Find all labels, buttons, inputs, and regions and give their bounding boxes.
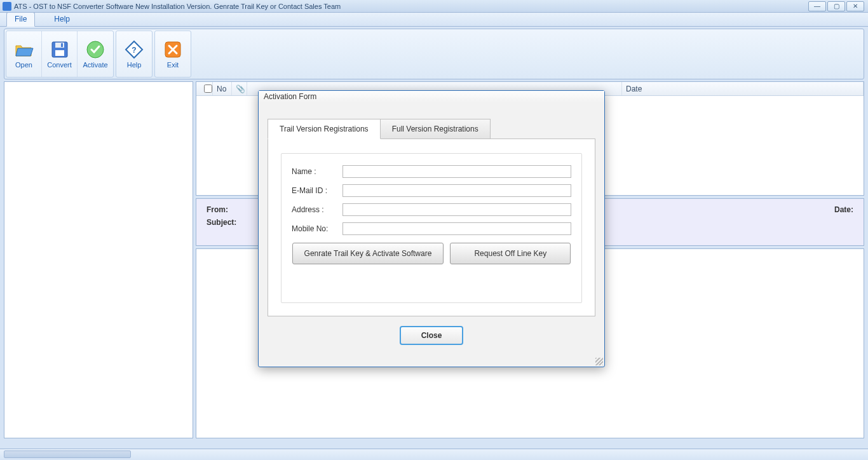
close-button[interactable]: ✕ xyxy=(846,1,864,11)
titlebar: ATS - OST to NSF Converter Software New … xyxy=(0,0,868,13)
activate-button[interactable]: Activate xyxy=(78,31,113,77)
minimize-button[interactable]: — xyxy=(808,1,826,11)
name-field[interactable] xyxy=(342,165,571,178)
app-icon xyxy=(3,2,11,11)
email-label: E-Mail ID : xyxy=(292,186,342,195)
from-label: From: xyxy=(207,205,236,214)
menu-file[interactable]: File xyxy=(6,12,35,27)
activate-label: Activate xyxy=(83,61,107,69)
generate-key-button[interactable]: Genrate Trail Key & Activate Software xyxy=(292,243,444,264)
ribbon: Open Convert Activate ? Help Exit xyxy=(4,29,864,79)
folder-open-icon xyxy=(14,39,34,60)
statusbar-grip xyxy=(4,450,131,458)
request-offline-key-button[interactable]: Request Off Line Key xyxy=(450,243,571,264)
mobile-field[interactable] xyxy=(342,222,571,235)
tab-full[interactable]: Full Version Registrations xyxy=(380,119,491,139)
window-title: ATS - OST to NSF Converter Software New … xyxy=(14,3,341,10)
open-button[interactable]: Open xyxy=(6,31,42,77)
dialog-tabs: Trail Version Registrations Full Version… xyxy=(268,119,595,139)
select-all-checkbox[interactable] xyxy=(204,85,212,93)
tree-panel[interactable] xyxy=(4,81,193,438)
paperclip-icon: 📎 xyxy=(236,85,245,93)
date-label: Date: xyxy=(834,205,853,214)
menu-bar: File Help xyxy=(0,13,868,27)
address-label: Address : xyxy=(292,205,342,214)
svg-rect-3 xyxy=(61,43,63,47)
subject-label: Subject: xyxy=(207,218,236,227)
floppy-icon xyxy=(50,39,70,60)
maximize-button[interactable]: ▢ xyxy=(827,1,845,11)
convert-button[interactable]: Convert xyxy=(42,31,78,77)
convert-label: Convert xyxy=(47,61,72,69)
resize-grip-icon[interactable] xyxy=(595,358,603,365)
activation-dialog: Activation Form Trail Version Registrati… xyxy=(258,90,605,367)
help-icon: ? xyxy=(124,39,144,60)
open-label: Open xyxy=(15,61,32,69)
menu-help[interactable]: Help xyxy=(46,13,78,26)
address-field[interactable] xyxy=(342,203,571,216)
help-label: Help xyxy=(127,61,142,69)
col-date[interactable]: Date xyxy=(622,82,864,95)
dialog-title: Activation Form xyxy=(259,91,604,102)
mobile-label: Mobile No: xyxy=(292,224,342,233)
window-controls: — ▢ ✕ xyxy=(808,1,868,11)
help-button[interactable]: ? Help xyxy=(116,31,152,77)
col-no[interactable]: No xyxy=(213,82,232,95)
exit-button[interactable]: Exit xyxy=(155,31,191,77)
tab-trail[interactable]: Trail Version Registrations xyxy=(268,119,381,139)
status-bar xyxy=(0,449,868,460)
svg-text:?: ? xyxy=(132,46,136,55)
exit-icon xyxy=(163,39,183,60)
check-circle-icon xyxy=(85,39,105,60)
email-field[interactable] xyxy=(342,184,571,197)
exit-label: Exit xyxy=(167,61,179,69)
dialog-close-button[interactable]: Close xyxy=(400,326,463,345)
name-label: Name : xyxy=(292,167,342,176)
svg-rect-2 xyxy=(55,50,64,56)
col-attachment[interactable]: 📎 xyxy=(232,82,247,95)
